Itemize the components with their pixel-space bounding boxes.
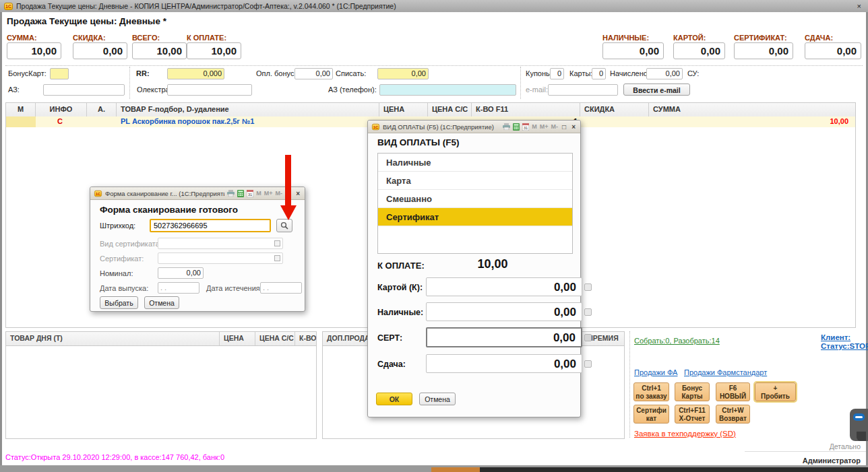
bonus-card-field[interactable] xyxy=(50,68,69,79)
punch-button-line2: Пробить xyxy=(755,393,795,401)
detail-label[interactable]: Детально xyxy=(809,442,861,450)
nominal-field[interactable]: 0,00 xyxy=(158,267,204,279)
memory-minus-button[interactable]: М- xyxy=(276,190,283,197)
write-off-label: Списать: xyxy=(336,69,366,77)
rr-field[interactable]: 0,000 xyxy=(167,68,224,79)
memory-button[interactable]: М xyxy=(256,190,261,197)
calendar-icon[interactable]: 31 xyxy=(247,190,253,197)
accrued-field[interactable]: 0,00 xyxy=(646,68,683,79)
certificate-button[interactable]: Сертифи кат xyxy=(633,405,669,424)
certificate-value: 0,00 xyxy=(734,42,793,59)
to-pay-label: К ОПЛАТЕ: xyxy=(187,34,226,42)
scan-cancel-button[interactable]: Отмена xyxy=(144,296,179,309)
payment-ok-button[interactable]: ОК xyxy=(376,393,412,405)
close-icon[interactable]: × xyxy=(570,123,577,131)
cert-type-label: Вид сертификата: xyxy=(100,240,162,248)
separator xyxy=(629,331,630,438)
card-label: КАРТОЙ: xyxy=(673,34,706,42)
memory-minus-button[interactable]: М- xyxy=(551,123,559,130)
coupons-field[interactable]: 0 xyxy=(550,68,564,79)
calculator-icon[interactable] xyxy=(513,123,520,131)
write-off-field[interactable]: 0,00 xyxy=(377,68,429,79)
barcode-search-button[interactable] xyxy=(276,219,292,232)
enter-email-button[interactable]: Ввести e-mail xyxy=(623,83,690,96)
cert-type-field[interactable] xyxy=(158,238,283,249)
calendar-icon[interactable]: 31 xyxy=(522,123,529,131)
taskbar-active-segment xyxy=(431,467,480,472)
x-report-line1: Ctrl+F11 xyxy=(675,407,709,415)
pay-card-field[interactable]: 0,00 xyxy=(426,277,582,296)
assemble-link[interactable]: Собрать:0, Разобрать:14 xyxy=(634,337,720,345)
row-sum-cell: 10,00 xyxy=(649,116,855,127)
pay-cash-spinner-icon[interactable] xyxy=(584,308,592,316)
payment-option-card[interactable]: Карта xyxy=(378,172,572,190)
issue-date-field[interactable]: . . xyxy=(158,282,199,294)
cards-field[interactable]: 0 xyxy=(592,68,606,79)
bonus-cards-button[interactable]: Бонус Карты xyxy=(675,382,710,401)
cert-label: Сертификат: xyxy=(100,255,144,263)
payment-cancel-button[interactable]: Отмена xyxy=(419,393,456,405)
col-info: ИНФО xyxy=(36,103,87,116)
scan-dialog: 1С Форма сканирование г... (1С:Предприят… xyxy=(90,187,305,312)
barcode-input[interactable]: 5027362966695 xyxy=(150,219,271,232)
close-icon[interactable]: × xyxy=(294,190,301,197)
sales-fa-link[interactable]: Продажи ФА xyxy=(634,368,677,376)
su-label: СУ: xyxy=(687,69,699,77)
separator xyxy=(129,67,130,99)
new-button[interactable]: F6 НОВЫЙ xyxy=(716,382,750,401)
payment-type-list: Наличные Карта Смешанно Сертификат xyxy=(377,153,573,254)
memory-button[interactable]: М xyxy=(532,123,537,130)
payment-option-certificate[interactable]: Сертификат xyxy=(378,208,572,226)
order-button[interactable]: Ctrl+1 по заказу xyxy=(633,382,669,401)
client-link[interactable]: Клиент: xyxy=(821,333,850,341)
teamviewer-icon xyxy=(853,413,865,421)
certificate-button-line2: кат xyxy=(634,415,669,423)
day-product-table[interactable]: ТОВАР ДНЯ (Т) ЦЕНА ЦЕНА С/С К-ВО xyxy=(5,331,317,439)
paid-bonus-field[interactable]: 0,00 xyxy=(294,68,333,79)
pay-cash-field[interactable]: 0,00 xyxy=(426,302,582,321)
choose-icon[interactable] xyxy=(274,255,280,261)
x-report-button[interactable]: Ctrl+F11 X-Отчет xyxy=(675,405,710,424)
az-phone-field[interactable] xyxy=(379,84,516,96)
payment-option-cash[interactable]: Наличные xyxy=(378,154,572,172)
sum-label: СУММА: xyxy=(7,34,37,42)
paid-bonus-label: Опл. бонус: xyxy=(256,69,296,77)
email-field[interactable] xyxy=(548,84,618,96)
client-status-link[interactable]: Статус:STOP xyxy=(821,342,868,350)
expire-date-field[interactable]: . . xyxy=(260,282,302,294)
print-icon[interactable] xyxy=(227,190,235,197)
olekstra-field[interactable] xyxy=(167,84,252,96)
annotation-arrow-head xyxy=(280,205,297,220)
memory-plus-button[interactable]: М+ xyxy=(264,190,273,197)
to-pay-value: 10,00 xyxy=(187,42,241,59)
bonus-card-label: БонусКарт: xyxy=(8,69,46,77)
print-icon[interactable] xyxy=(503,123,510,130)
return-button[interactable]: Ctrl+W Возврат xyxy=(716,405,750,424)
calculator-icon[interactable] xyxy=(237,190,244,197)
pay-cert-spinner-icon[interactable] xyxy=(584,334,592,341)
az-field[interactable] xyxy=(43,84,125,96)
choose-icon[interactable] xyxy=(274,240,280,246)
page-title: Продажа Текущие цены: Дневные * xyxy=(7,16,166,26)
memory-plus-button[interactable]: М+ xyxy=(540,123,549,130)
pay-change-field[interactable]: 0,00 xyxy=(426,354,582,373)
accrued-label: Начислено: xyxy=(610,69,650,77)
cert-field[interactable] xyxy=(158,252,283,264)
annotation-arrow-shaft xyxy=(285,155,291,206)
select-button[interactable]: Выбрать xyxy=(100,296,138,309)
col-price-cc: ЦЕНА С/С xyxy=(428,103,472,116)
maximize-icon[interactable]: □ xyxy=(561,123,567,131)
support-request-link[interactable]: Заявка в техподдержку (SD) xyxy=(634,430,736,438)
bonus-cards-line2: Карты xyxy=(675,393,709,401)
payment-option-mixed[interactable]: Смешанно xyxy=(378,190,572,208)
sales-pharmstandard-link[interactable]: Продажи Фармстандарт xyxy=(684,368,767,376)
window-close-icon[interactable]: × xyxy=(855,2,864,10)
col-product: ТОВАР F-подбор, D-удаление xyxy=(117,103,379,116)
pay-card-spinner-icon[interactable] xyxy=(584,283,592,291)
pay-change-spinner-icon[interactable] xyxy=(584,360,592,368)
pay-cert-field[interactable]: 0,00 xyxy=(426,327,582,347)
scan-dialog-heading: Форма сканирование готового xyxy=(100,205,238,215)
current-user-label: Администратор xyxy=(775,457,861,465)
punch-button[interactable]: + Пробить xyxy=(755,382,796,401)
teamviewer-handle[interactable] xyxy=(850,409,868,441)
